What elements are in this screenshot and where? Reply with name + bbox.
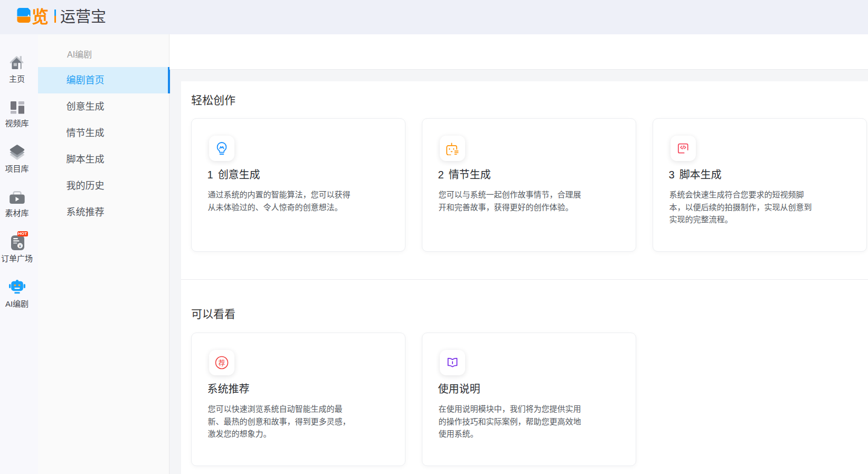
svg-text:¥: ¥ [18, 243, 22, 249]
svg-text:荐: 荐 [218, 358, 225, 366]
